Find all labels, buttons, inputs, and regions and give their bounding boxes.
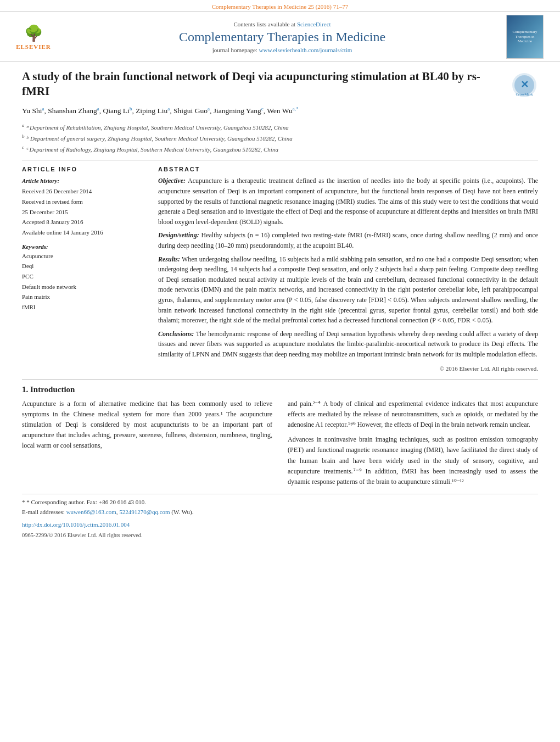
elsevier-brand-text: ELSEVIER bbox=[16, 43, 51, 50]
footnote-emails: E-mail addresses: wuwen66@163.com, 52249… bbox=[22, 507, 538, 517]
article-info-col: ARTICLE INFO Article history: Received 2… bbox=[22, 166, 143, 373]
contents-text: Contents lists available at bbox=[233, 21, 295, 27]
abstract-conclusions-para: Conclusions: The hemodynamic response of… bbox=[158, 329, 538, 360]
doi-line: http://dx.doi.org/10.1016/j.ctim.2016.01… bbox=[22, 520, 538, 530]
keyword-acupuncture: Acupuncture bbox=[22, 251, 143, 261]
svg-text:CrossMark: CrossMark bbox=[516, 92, 533, 97]
affiliation-a: a ᵃ Department of Rehabilitation, Zhujia… bbox=[22, 121, 538, 132]
article-history: Article history: Received 26 December 20… bbox=[22, 176, 143, 237]
intro-two-col: Acupuncture is a form of alternative med… bbox=[22, 399, 538, 488]
sciencedirect-link[interactable]: ScienceDirect bbox=[297, 21, 331, 27]
footnote-star: * bbox=[22, 499, 25, 505]
doi-link[interactable]: http://dx.doi.org/10.1016/j.ctim.2016.01… bbox=[22, 521, 130, 528]
affiliations: a ᵃ Department of Rehabilitation, Zhujia… bbox=[22, 121, 538, 155]
intro-p1-left: Acupuncture is a form of alternative med… bbox=[22, 399, 272, 451]
revised-label: Received in revised form bbox=[22, 197, 143, 207]
copyright-line: © 2016 Elsevier Ltd. All rights reserved… bbox=[158, 364, 538, 373]
footnote-email2-link[interactable]: 522491270@qq.com bbox=[119, 509, 170, 515]
results-label: Results: bbox=[158, 255, 180, 263]
content-area: A study of the brain functional network … bbox=[0, 62, 560, 548]
crossmark-icon: ✕ CrossMark bbox=[511, 71, 538, 99]
section-divider-1 bbox=[22, 160, 538, 160]
conclusions-text: The hemodynamic response of deep needlin… bbox=[158, 330, 538, 358]
design-text: Healthy subjects (n = 16) completed two … bbox=[158, 231, 538, 249]
keywords-list: Acupuncture Deqi PCC Default mode networ… bbox=[22, 251, 143, 313]
article-info-abstract: ARTICLE INFO Article history: Received 2… bbox=[22, 166, 538, 373]
abstract-design-para: Design/setting: Healthy subjects (n = 16… bbox=[158, 230, 538, 250]
keywords-section: Keywords: Acupuncture Deqi PCC Default m… bbox=[22, 243, 143, 313]
design-label: Design/setting: bbox=[158, 231, 199, 239]
accepted-date: Accepted 8 January 2016 bbox=[22, 217, 143, 227]
history-title: Article history: bbox=[22, 176, 143, 186]
footnote-area: * * Corresponding author. Fax: +86 20 61… bbox=[22, 494, 538, 540]
homepage-line: journal homepage: www.elsevierhealth.com… bbox=[58, 47, 506, 53]
svg-text:✕: ✕ bbox=[520, 79, 529, 90]
keyword-deqi: Deqi bbox=[22, 261, 143, 271]
keyword-fmri: fMRI bbox=[22, 302, 143, 313]
homepage-label: journal homepage: bbox=[212, 47, 257, 53]
abstract-col: ABSTRACT Objective: Acupuncture is a the… bbox=[158, 166, 538, 373]
available-date: Available online 14 January 2016 bbox=[22, 227, 143, 238]
section-divider-2 bbox=[22, 379, 538, 380]
keywords-label: Keywords: bbox=[22, 243, 143, 250]
page-wrapper: Complementary Therapies in Medicine 25 (… bbox=[0, 0, 560, 548]
intro-col-left: Acupuncture is a form of alternative med… bbox=[22, 399, 272, 488]
authors-line: Yu Shia, Shanshan Zhanga, Qiang Lib, Zip… bbox=[22, 105, 538, 117]
homepage-url[interactable]: www.elsevierhealth.com/journals/ctim bbox=[259, 47, 352, 53]
footnote-email-suffix: (W. Wu). bbox=[171, 509, 193, 515]
intro-col-right: and pain.²⁻⁴ A body of clinical and expe… bbox=[288, 399, 538, 488]
affiliation-c: c ᶜ Department of Radiology, Zhujiang Ho… bbox=[22, 143, 538, 154]
objective-label: Objective: bbox=[158, 177, 186, 185]
header-center: Contents lists available at ScienceDirec… bbox=[58, 21, 506, 53]
journal-header: 🌳 ELSEVIER Contents lists available at S… bbox=[0, 11, 560, 62]
keyword-pain-matrix: Pain matrix bbox=[22, 292, 143, 302]
keyword-pcc: PCC bbox=[22, 271, 143, 282]
elsevier-tree-icon: 🌳 bbox=[24, 24, 43, 42]
abstract-results-para: Results: When undergoing shallow needlin… bbox=[158, 254, 538, 326]
intro-p1-right: and pain.²⁻⁴ A body of clinical and expe… bbox=[288, 399, 538, 431]
abstract-text: Objective: Acupuncture is a therapeutic … bbox=[158, 176, 538, 373]
revised-date: 25 December 2015 bbox=[22, 207, 143, 217]
abstract-heading: ABSTRACT bbox=[158, 166, 538, 172]
footnote-email1-link[interactable]: wuwen66@163.com bbox=[66, 509, 116, 515]
journal-title: Complementary Therapies in Medicine bbox=[58, 30, 506, 44]
intro-p2-right: Advances in noninvasive brain imaging te… bbox=[288, 434, 538, 487]
cover-text: Complementary Therapies in Medicine bbox=[509, 30, 541, 43]
article-title-section: A study of the brain functional network … bbox=[22, 69, 538, 99]
issn-line: 0965-2299/© 2016 Elsevier Ltd. All right… bbox=[22, 531, 538, 540]
objective-text: Acupuncture is a therapeutic treatment d… bbox=[158, 177, 538, 225]
authors-text: Yu Shia, Shanshan Zhanga, Qiang Lib, Zip… bbox=[22, 107, 298, 115]
intro-heading: 1. Introduction bbox=[22, 385, 538, 394]
journal-issue-label: Complementary Therapies in Medicine 25 (… bbox=[212, 3, 348, 10]
abstract-objective-para: Objective: Acupuncture is a therapeutic … bbox=[158, 176, 538, 227]
article-title: A study of the brain functional network … bbox=[22, 69, 489, 99]
intro-section: 1. Introduction Acupuncture is a form of… bbox=[22, 385, 538, 488]
contents-available-line: Contents lists available at ScienceDirec… bbox=[58, 21, 506, 27]
journal-issue-bar: Complementary Therapies in Medicine 25 (… bbox=[0, 0, 560, 11]
affiliation-b: b ᵇ Department of general surgery, Zhuji… bbox=[22, 132, 538, 143]
conclusions-label: Conclusions: bbox=[158, 330, 194, 338]
journal-cover-image: Complementary Therapies in Medicine bbox=[506, 15, 544, 59]
keyword-dmn: Default mode network bbox=[22, 282, 143, 292]
footnote-email-label: E-mail addresses: bbox=[22, 509, 65, 515]
footnote-corresponding: * * Corresponding author. Fax: +86 20 61… bbox=[22, 498, 538, 507]
received-date: Received 26 December 2014 bbox=[22, 186, 143, 197]
article-info-heading: ARTICLE INFO bbox=[22, 166, 143, 172]
elsevier-logo: 🌳 ELSEVIER bbox=[9, 20, 58, 53]
results-text: When undergoing shallow needling, 16 sub… bbox=[158, 255, 538, 325]
footnote-corresponding-text: * Corresponding author. Fax: +86 20 616 … bbox=[26, 499, 146, 505]
